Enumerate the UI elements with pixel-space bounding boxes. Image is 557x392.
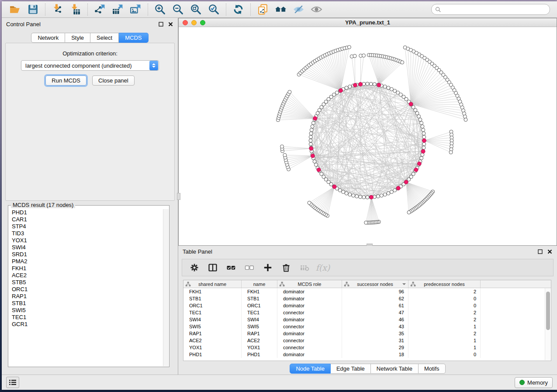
- table-row[interactable]: ACE2ACE2connector311: [183, 337, 551, 344]
- refresh-button[interactable]: [229, 3, 247, 17]
- graph-node-highlight[interactable]: [417, 162, 421, 165]
- mcds-result-item[interactable]: STB1: [9, 300, 163, 307]
- mcds-result-item[interactable]: SRD1: [9, 251, 163, 258]
- import-table-button[interactable]: [66, 3, 84, 17]
- mcds-result-item[interactable]: ACE2: [9, 272, 163, 279]
- export-image-button[interactable]: [127, 3, 145, 17]
- column-header-shared-name[interactable]: shared name: [183, 280, 242, 288]
- table-row[interactable]: STB1STB1dominator620: [183, 295, 551, 302]
- show-columns-button[interactable]: [205, 261, 221, 275]
- toolbar-separator: [45, 3, 45, 16]
- tab-network[interactable]: Network: [31, 33, 65, 43]
- search-field[interactable]: [431, 4, 550, 15]
- mcds-result-item[interactable]: PMA2: [9, 258, 163, 265]
- create-column-button[interactable]: [260, 261, 276, 275]
- table-scrollbar[interactable]: [545, 288, 550, 360]
- memory-button[interactable]: Memory: [515, 377, 553, 388]
- mcds-list-scrollbar[interactable]: [163, 209, 169, 366]
- mcds-result-item[interactable]: YOX1: [9, 237, 163, 244]
- graph-node-highlight[interactable]: [332, 185, 336, 189]
- mcds-result-item[interactable]: STB5: [9, 279, 163, 286]
- delete-column-button[interactable]: [278, 261, 294, 275]
- zoom-fit-button[interactable]: [187, 3, 205, 17]
- graph-node-highlight[interactable]: [414, 168, 418, 172]
- column-header-successor-nodes[interactable]: successor nodes: [342, 280, 408, 288]
- mcds-result-item[interactable]: STP4: [9, 223, 163, 230]
- float-panel-button[interactable]: [158, 21, 164, 27]
- graph-node-highlight[interactable]: [359, 83, 363, 86]
- graph-node-highlight[interactable]: [370, 195, 374, 199]
- graph-node-highlight[interactable]: [409, 102, 413, 106]
- mcds-result-item[interactable]: RAP1: [9, 293, 163, 300]
- graph-node-highlight[interactable]: [422, 139, 426, 143]
- delete-column-icon: [281, 263, 291, 272]
- select-all-button[interactable]: [223, 261, 239, 275]
- mcds-result-item[interactable]: ORC1: [9, 286, 163, 293]
- graph-node-highlight[interactable]: [396, 186, 400, 190]
- mcds-result-item[interactable]: PHD1: [9, 209, 163, 216]
- export-network-button[interactable]: [91, 3, 109, 17]
- export-table-button[interactable]: [109, 3, 127, 17]
- table-row[interactable]: FKH1FKH1dominator962: [183, 288, 551, 295]
- splitter-handle-vertical[interactable]: [177, 193, 180, 200]
- network-canvas[interactable]: [179, 28, 557, 245]
- hide-selected-button[interactable]: [290, 3, 308, 17]
- search-input[interactable]: [443, 5, 546, 14]
- tab-mcds[interactable]: MCDS: [119, 33, 148, 43]
- graph-node-highlight[interactable]: [313, 117, 317, 120]
- save-session-button[interactable]: [24, 3, 42, 17]
- table-scrollbar-thumb[interactable]: [546, 292, 550, 330]
- import-network-button[interactable]: [48, 3, 66, 17]
- show-all-button[interactable]: [308, 3, 325, 17]
- mcds-result-item[interactable]: SWI4: [9, 244, 163, 251]
- tab-style[interactable]: Style: [65, 33, 90, 43]
- table-row[interactable]: PHD1PHD1dominator180: [183, 351, 551, 358]
- graph-node-highlight[interactable]: [317, 168, 321, 172]
- graph-node-highlight[interactable]: [309, 147, 313, 151]
- zoom-out-button[interactable]: [169, 3, 187, 17]
- column-header-predecessor-nodes[interactable]: predecessor nodes: [408, 280, 481, 288]
- mcds-result-item[interactable]: GCR1: [9, 321, 163, 328]
- tab-network-table[interactable]: Network Table: [371, 364, 419, 374]
- mcds-result-item[interactable]: CAR1: [9, 216, 163, 223]
- new-network-from-selection-button[interactable]: [254, 3, 272, 17]
- mcds-result-item[interactable]: TEC1: [9, 314, 163, 321]
- first-neighbors-button[interactable]: [272, 3, 290, 17]
- table-row[interactable]: YOX1YOX1connector291: [183, 344, 551, 351]
- table-row[interactable]: RAP1RAP1dominator352: [183, 330, 551, 337]
- mcds-result-item[interactable]: FKH1: [9, 265, 163, 272]
- graph-node-highlight[interactable]: [421, 149, 425, 153]
- close-table-panel-button[interactable]: [547, 249, 553, 254]
- task-history-button[interactable]: [6, 377, 19, 388]
- mcds-result-item[interactable]: SWI5: [9, 307, 163, 314]
- close-panel-button[interactable]: [168, 21, 173, 27]
- column-header-MCDS-role[interactable]: MCDS role: [277, 280, 342, 288]
- function-builder-icon: f(x): [316, 263, 330, 272]
- zoom-selected-button[interactable]: [205, 3, 223, 17]
- network-window-titlebar[interactable]: YPA_prune.txt_1: [179, 18, 557, 27]
- tab-edge-table[interactable]: Edge Table: [331, 364, 371, 374]
- graph-node-highlight[interactable]: [339, 89, 343, 93]
- graph-node-highlight[interactable]: [404, 180, 408, 184]
- deselect-all-button[interactable]: [242, 261, 257, 275]
- open-file-button[interactable]: [6, 3, 24, 17]
- table-mode-button[interactable]: [187, 261, 202, 275]
- table-toolbar: f(x): [182, 259, 554, 276]
- graph-node-highlight[interactable]: [311, 154, 315, 158]
- column-header-name[interactable]: name: [242, 280, 277, 288]
- float-table-panel-button[interactable]: [537, 249, 543, 254]
- tab-node-table[interactable]: Node Table: [290, 364, 331, 374]
- graph-node-highlight[interactable]: [377, 83, 381, 87]
- optimization-criterion-select[interactable]: largest connected component (undirected): [21, 60, 159, 71]
- table-row[interactable]: TEC1TEC1connector472: [183, 309, 551, 316]
- table-row[interactable]: SWI5SWI5connector431: [183, 323, 551, 330]
- close-panel-button-mcds[interactable]: Close panel: [92, 76, 135, 86]
- table-row[interactable]: SWI4SWI4dominator462: [183, 316, 551, 323]
- table-row[interactable]: ORC1ORC1dominator610: [183, 302, 551, 309]
- tab-select[interactable]: Select: [90, 33, 119, 43]
- mcds-result-item[interactable]: TID3: [9, 230, 163, 237]
- run-mcds-button[interactable]: Run MCDS: [45, 76, 86, 86]
- tab-motifs[interactable]: Motifs: [419, 364, 446, 374]
- zoom-in-button[interactable]: [151, 3, 169, 17]
- graph-node-highlight[interactable]: [353, 83, 357, 87]
